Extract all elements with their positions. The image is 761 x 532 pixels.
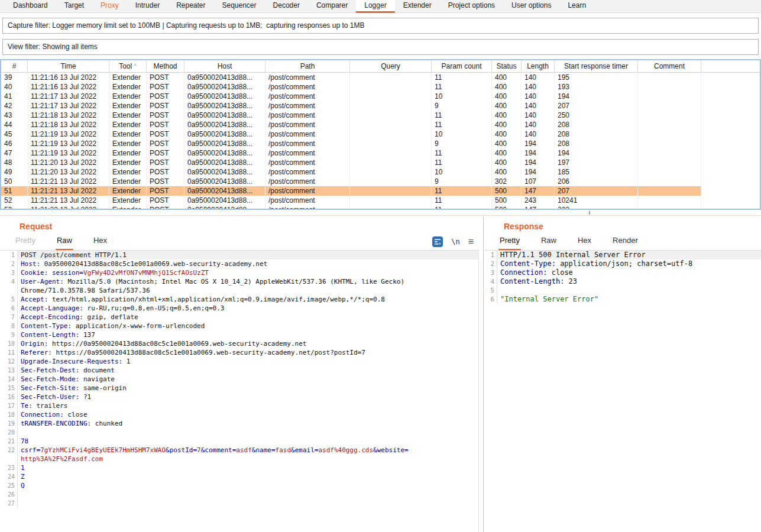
response-tab-hex[interactable]: Hex xyxy=(577,236,592,250)
log-row-50[interactable]: 5011:21:21 13 Jul 2022ExtenderPOST0a9500… xyxy=(1,177,760,186)
pretty-print-icon[interactable] xyxy=(432,236,443,247)
menu-tab-comparer[interactable]: Comparer xyxy=(308,0,356,13)
cell-query xyxy=(350,129,432,139)
log-row-44[interactable]: 4411:21:18 13 Jul 2022ExtenderPOST0a9500… xyxy=(1,120,760,129)
cell-tool: Extender xyxy=(109,82,147,92)
cell-start-response-timer: 222 xyxy=(555,205,638,210)
cell-status: 400 xyxy=(492,82,522,92)
request-line-10: 10Origin: https://0a9500020413d88ac08c5c… xyxy=(0,339,478,348)
line-number: 1 xyxy=(0,251,18,259)
column-header-param-count[interactable]: Param count xyxy=(432,60,492,72)
cell-status: 500 xyxy=(492,196,522,205)
line-content: Cookie: session=VgFWy4D2vMfON7vMNMhjQ1Sc… xyxy=(18,268,478,277)
cell-id: 43 xyxy=(1,111,28,120)
menu-tab-project-options[interactable]: Project options xyxy=(440,0,503,13)
menu-tab-user-options[interactable]: User options xyxy=(503,0,559,13)
column-header-tool[interactable]: Tool^ xyxy=(109,60,147,72)
response-line-4: 4Content-Length: 23 xyxy=(484,277,761,286)
cell-id: 45 xyxy=(1,129,28,139)
column-label: Path xyxy=(300,62,315,70)
request-line-16: 16Sec-Fetch-User: ?1 xyxy=(0,392,478,401)
column-header-path[interactable]: Path xyxy=(265,60,350,72)
log-row-39[interactable]: 3911:21:16 13 Jul 2022ExtenderPOST0a9500… xyxy=(1,73,760,82)
column-header-length[interactable]: Length xyxy=(522,60,555,72)
line-number: 21 xyxy=(0,437,18,446)
column-header-status[interactable]: Status xyxy=(492,60,522,72)
line-number xyxy=(0,286,18,295)
capture-filter-bar[interactable]: Capture filter: Logger memory limit set … xyxy=(2,18,759,34)
menu-tab-decoder[interactable]: Decoder xyxy=(265,0,308,13)
column-header-method[interactable]: Method xyxy=(147,60,184,72)
menu-tab-target[interactable]: Target xyxy=(56,0,92,13)
response-line-2: 2Content-Type: application/json; charset… xyxy=(484,259,761,268)
cell-start-response-timer: 194 xyxy=(555,148,638,158)
menu-tab-dashboard[interactable]: Dashboard xyxy=(5,0,56,13)
column-label: Query xyxy=(381,62,400,70)
cell-status: 400 xyxy=(492,148,522,158)
cell-host: 0a9500020413d88... xyxy=(184,92,265,101)
log-row-49[interactable]: 4911:21:20 13 Jul 2022ExtenderPOST0a9500… xyxy=(1,167,760,177)
menu-tab-repeater[interactable]: Repeater xyxy=(168,0,213,13)
response-editor[interactable]: 1HTTP/1.1 500 Internal Server Error2Cont… xyxy=(484,250,761,532)
cell-length: 140 xyxy=(522,120,555,129)
column-header-query[interactable]: Query xyxy=(350,60,432,72)
response-panel-title: Response xyxy=(504,222,761,231)
log-row-51[interactable]: 5111:21:21 13 Jul 2022ExtenderPOST0a9500… xyxy=(1,186,760,196)
request-tab-raw[interactable]: Raw xyxy=(56,236,73,250)
log-row-43[interactable]: 4311:21:18 13 Jul 2022ExtenderPOST0a9500… xyxy=(1,111,760,120)
line-content: Content-Length: 23 xyxy=(497,277,761,286)
cell-query xyxy=(350,177,432,186)
menu-tab-proxy[interactable]: Proxy xyxy=(92,0,127,13)
cell-length: 194 xyxy=(522,139,555,148)
log-row-53[interactable]: 5311:21:22 13 Jul 2022ExtenderPOST0a9500… xyxy=(1,205,760,210)
column-header-comment[interactable]: Comment xyxy=(638,60,701,72)
log-row-42[interactable]: 4211:21:17 13 Jul 2022ExtenderPOST0a9500… xyxy=(1,101,760,111)
response-tab-pretty[interactable]: Pretty xyxy=(498,236,521,250)
menu-tab-learn[interactable]: Learn xyxy=(559,0,594,13)
log-row-46[interactable]: 4611:21:19 13 Jul 2022ExtenderPOST0a9500… xyxy=(1,139,760,148)
cell-length: 140 xyxy=(522,111,555,120)
editor-menu-icon[interactable]: ≡ xyxy=(468,238,474,246)
request-line-1: 1POST /post/comment HTTP/1.1 xyxy=(0,251,478,259)
log-row-52[interactable]: 5211:21:21 13 Jul 2022ExtenderPOST0a9500… xyxy=(1,196,760,205)
cell-start-response-timer: 208 xyxy=(555,129,638,139)
request-tab-hex[interactable]: Hex xyxy=(92,236,108,250)
line-content: Sec-Fetch-Mode: navigate xyxy=(18,375,478,384)
response-tab-raw[interactable]: Raw xyxy=(540,236,558,250)
cell-status: 400 xyxy=(492,73,522,82)
cell-path: /post/comment xyxy=(265,101,350,111)
cell-time: 11:21:19 13 Jul 2022 xyxy=(28,129,109,139)
request-line-12: 12Upgrade-Insecure-Requests: 1 xyxy=(0,357,478,366)
menu-tab-sequencer[interactable]: Sequencer xyxy=(214,0,265,13)
view-filter-bar[interactable]: View filter: Showing all items xyxy=(2,39,759,55)
cell-path: /post/comment xyxy=(265,186,350,196)
menu-tab-logger[interactable]: Logger xyxy=(356,0,394,13)
line-number: 6 xyxy=(0,304,18,313)
request-line-9: 9Content-Length: 137 xyxy=(0,330,478,339)
column-header-time[interactable]: Time xyxy=(28,60,109,72)
cell-comment xyxy=(638,186,701,196)
column-header-host[interactable]: Host xyxy=(184,60,265,72)
response-tab-render[interactable]: Render xyxy=(611,236,639,250)
request-editor[interactable]: 1POST /post/comment HTTP/1.12Host: 0a950… xyxy=(0,250,479,532)
show-nonprintable-icon[interactable]: \n xyxy=(451,238,459,246)
menu-tab-extender[interactable]: Extender xyxy=(395,0,440,13)
log-row-41[interactable]: 4111:21:17 13 Jul 2022ExtenderPOST0a9500… xyxy=(1,92,760,101)
log-row-47[interactable]: 4711:21:19 13 Jul 2022ExtenderPOST0a9500… xyxy=(1,148,760,158)
log-row-40[interactable]: 4011:21:16 13 Jul 2022ExtenderPOST0a9500… xyxy=(1,82,760,92)
column-header-num[interactable]: # xyxy=(1,60,28,72)
line-number: 14 xyxy=(0,375,18,384)
cell-path: /post/comment xyxy=(265,205,350,210)
log-row-45[interactable]: 4511:21:19 13 Jul 2022ExtenderPOST0a9500… xyxy=(1,129,760,139)
cell-method: POST xyxy=(147,120,184,129)
cell-comment xyxy=(638,139,701,148)
log-row-48[interactable]: 4811:21:20 13 Jul 2022ExtenderPOST0a9500… xyxy=(1,158,760,167)
column-header-start-response-timer[interactable]: Start response timer xyxy=(555,60,638,72)
cell-param-count: 10 xyxy=(432,92,492,101)
request-panel-title: Request xyxy=(20,222,483,231)
line-content: Connection: close xyxy=(18,410,478,419)
menu-tab-intruder[interactable]: Intruder xyxy=(127,0,168,13)
cell-comment xyxy=(638,111,701,120)
horizontal-splitter[interactable] xyxy=(0,210,761,216)
cell-time: 11:21:20 13 Jul 2022 xyxy=(28,158,109,167)
